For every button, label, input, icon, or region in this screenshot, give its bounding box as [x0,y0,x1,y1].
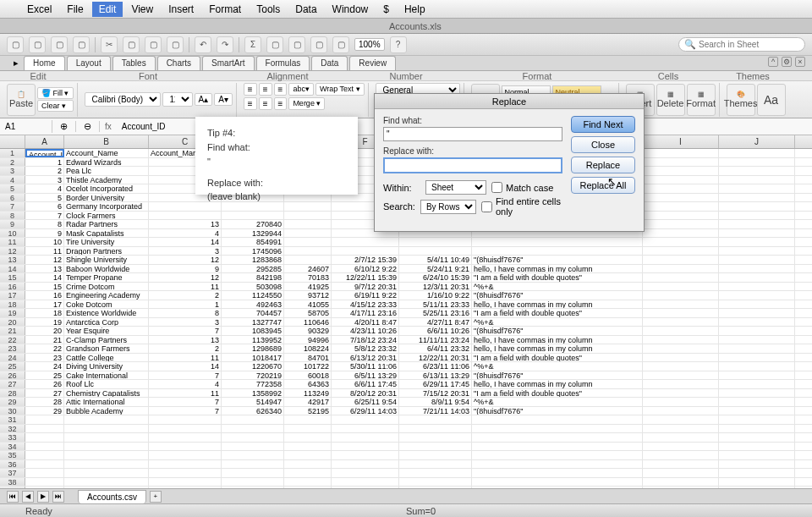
replace-all-button[interactable]: Replace All [571,177,635,194]
cell[interactable]: 1745096 [222,247,284,256]
cell[interactable] [149,478,222,487]
cell[interactable]: Mask Capatalists [64,229,149,238]
cell[interactable] [643,220,719,228]
row-header[interactable]: 5 [0,184,25,193]
cell[interactable] [399,478,472,487]
clear-button[interactable]: Clear ▾ [37,100,74,112]
cell[interactable] [643,407,719,415]
cell[interactable]: "I am a field with double quotes" [472,354,643,362]
cell[interactable] [222,425,284,433]
close-tabs-icon[interactable]: × [795,57,805,67]
shrink-font-icon[interactable]: A▾ [214,93,233,106]
cell[interactable] [643,309,719,317]
row-header[interactable]: 26 [0,371,25,380]
wrap-text-button[interactable]: Wrap Text ▾ [315,83,365,96]
cell[interactable] [643,336,719,344]
cell[interactable]: 772358 [222,380,284,388]
add-sheet-button[interactable]: + [150,491,162,503]
cell[interactable] [643,478,719,487]
cell[interactable]: 4 [25,184,64,193]
cell[interactable]: 6/13/11 13:29 [399,371,472,380]
cell[interactable] [719,318,795,327]
cell[interactable] [472,443,643,451]
cell[interactable]: 12 [149,273,222,282]
cell[interactable] [719,194,795,202]
row-header[interactable]: 11 [0,238,25,246]
cell[interactable]: ^%+& [472,318,643,327]
sheet-nav-last-icon[interactable]: ⏭ [52,491,64,503]
row-header[interactable]: 17 [0,291,25,300]
cell[interactable] [284,220,332,228]
cell[interactable]: 11 [149,283,222,291]
sheet-nav-first-icon[interactable]: ⏮ [7,491,19,503]
col-j[interactable]: J [719,135,795,148]
cell[interactable]: 29 [25,407,64,415]
cell[interactable]: 1329944 [222,229,284,238]
cell[interactable]: 17 [25,300,64,309]
cell[interactable] [64,433,149,442]
cell[interactable]: 5/30/11 11:06 [332,362,399,371]
new-icon[interactable]: ▢ [7,36,24,53]
cell[interactable] [332,469,399,477]
cell[interactable] [399,451,472,459]
cell[interactable] [399,425,472,433]
valign-top-icon[interactable]: ≡ [244,97,257,110]
tab-layout[interactable]: Layout [67,56,111,70]
cell[interactable]: Shingle University [64,256,149,264]
cell[interactable] [284,212,332,220]
cell[interactable]: 270840 [222,220,284,228]
cell[interactable]: 4 [149,380,222,388]
cell[interactable] [149,469,222,477]
cell[interactable] [399,415,472,424]
cell[interactable] [719,265,795,273]
cell[interactable]: 41055 [284,300,332,309]
cell[interactable]: 1358992 [222,389,284,398]
font-size-select[interactable]: 12 [162,92,193,107]
cell[interactable] [719,158,795,167]
col-i[interactable]: I [643,135,719,148]
row-header[interactable]: 22 [0,336,25,344]
row-header[interactable]: 15 [0,273,25,282]
cell[interactable] [643,371,719,380]
cell[interactable]: 3 [25,176,64,184]
cell[interactable]: 1124550 [222,291,284,300]
cell[interactable] [719,469,795,477]
row-header[interactable]: 34 [0,443,25,451]
name-box[interactable]: A1 [0,120,52,133]
cell[interactable] [472,247,643,256]
format-painter-icon[interactable]: ▢ [167,36,184,53]
cell[interactable] [332,415,399,424]
format-cells-button[interactable]: ▦Format [687,84,716,116]
cell[interactable] [149,460,222,469]
cell[interactable]: Grandson Farmers [64,344,149,353]
cell[interactable]: 295285 [222,265,284,273]
cell[interactable]: 6 [25,202,64,211]
cell[interactable]: 2 [149,291,222,300]
menu-file[interactable]: File [60,2,90,17]
cell[interactable] [472,451,643,459]
cell[interactable] [719,309,795,317]
cell[interactable]: Dragon Partners [64,247,149,256]
cell[interactable] [64,443,149,451]
cell[interactable] [64,425,149,433]
row-header[interactable]: 18 [0,300,25,309]
find-next-button[interactable]: Find Next [571,116,635,133]
cell[interactable]: 6/13/12 20:31 [332,354,399,362]
cell[interactable]: 22 [25,344,64,353]
cell[interactable]: 1283868 [222,256,284,264]
cell[interactable] [643,238,719,246]
cell[interactable]: 2 [25,167,64,175]
menu-insert[interactable]: Insert [162,2,200,17]
cell[interactable] [643,443,719,451]
cell[interactable]: 4/27/11 8:47 [399,318,472,327]
cell[interactable] [643,318,719,327]
cell[interactable]: 6/6/11 17:45 [332,380,399,388]
cell[interactable] [719,398,795,406]
cell[interactable] [284,478,332,487]
cell[interactable] [719,167,795,175]
cell[interactable]: 11 [149,354,222,362]
cell[interactable] [399,238,472,246]
cell[interactable]: 1/16/10 9:22 [399,291,472,300]
cell[interactable]: 20 [25,327,64,335]
cell[interactable]: 7/21/11 14:03 [399,407,472,415]
